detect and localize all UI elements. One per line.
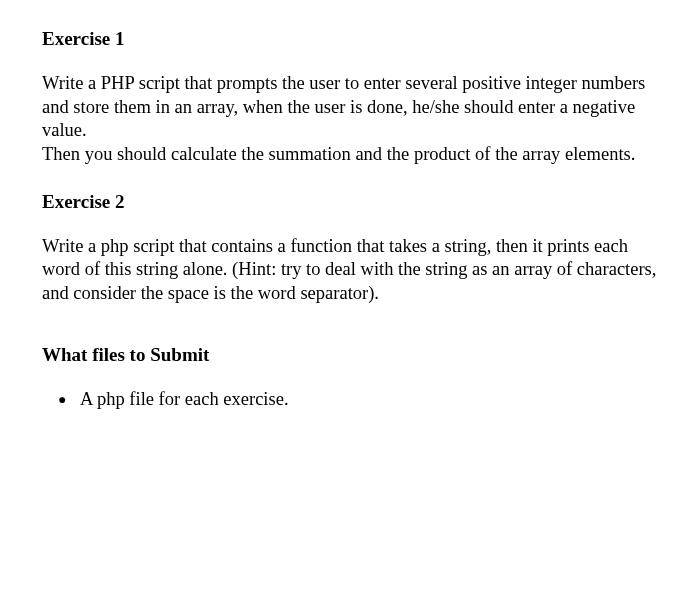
exercise-1-body: Write a PHP script that prompts the user… (42, 72, 658, 167)
exercise-2-heading: Exercise 2 (42, 191, 658, 213)
submit-list: A php file for each exercise. (42, 388, 658, 412)
submit-list-item: A php file for each exercise. (80, 388, 658, 412)
exercise-1-heading: Exercise 1 (42, 28, 658, 50)
exercise-2-body: Write a php script that contains a funct… (42, 235, 658, 306)
submit-heading: What files to Submit (42, 344, 658, 366)
